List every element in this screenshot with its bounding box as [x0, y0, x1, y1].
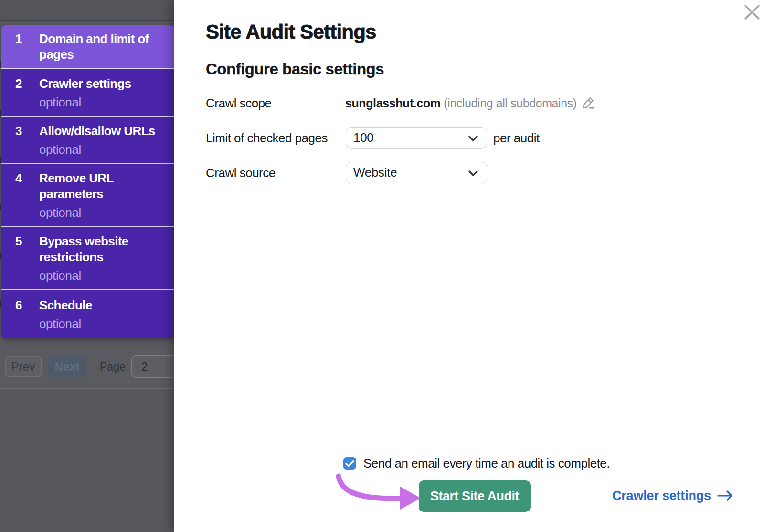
crawl-source-select[interactable]: Website	[346, 162, 487, 183]
arrow-right-icon	[717, 490, 733, 501]
crawl-source-select-value: Website	[353, 165, 397, 180]
pencil-edit-icon[interactable]	[583, 96, 595, 109]
dimmed-pagination-bar: Prev Next Page: 2	[0, 355, 174, 378]
step-subtitle: optional	[1, 317, 174, 331]
chevron-down-icon	[468, 136, 478, 141]
step-allow-disallow-urls[interactable]: 3 Allow/disallow URLs optional	[1, 117, 174, 164]
section-heading: Configure basic settings	[206, 60, 384, 78]
step-schedule[interactable]: 6 Schedule optional	[1, 290, 174, 338]
start-site-audit-label: Start Site Audit	[430, 489, 519, 504]
step-subtitle: optional	[1, 142, 174, 157]
chevron-down-icon	[468, 170, 478, 176]
step-subtitle: optional	[1, 95, 174, 109]
crawl-scope-value: sunglasshut.com (including all subdomain…	[345, 96, 577, 110]
page-number-input[interactable]: 2	[131, 355, 177, 378]
step-title: Allow/disallow URLs	[39, 123, 174, 139]
step-title: Schedule	[39, 298, 174, 313]
step-number: 2	[1, 76, 39, 92]
crawl-source-label: Crawl source	[206, 166, 276, 181]
limit-select-value: 100	[353, 130, 373, 145]
step-title: Domain and limit of pages	[39, 31, 174, 63]
step-number: 4	[1, 170, 39, 202]
step-number: 3	[1, 123, 39, 139]
step-title: Crawler settings	[39, 76, 174, 92]
step-crawler-settings[interactable]: 2 Crawler settings optional	[1, 69, 174, 117]
step-domain-and-limit[interactable]: 1 Domain and limit of pages	[1, 25, 174, 69]
step-remove-url-parameters[interactable]: 4 Remove URL parameters optional	[1, 164, 174, 227]
step-number: 5	[1, 234, 39, 265]
tutorial-arrow-annotation	[174, 0, 764, 532]
email-checkbox-label: Send an email every time an audit is com…	[363, 456, 610, 471]
crawler-settings-link[interactable]: Crawler settings	[612, 488, 733, 503]
step-number: 6	[1, 298, 39, 313]
email-checkbox-row: Send an email every time an audit is com…	[343, 456, 610, 471]
crawl-scope-domain: sunglasshut.com	[345, 96, 441, 110]
prev-button[interactable]: Prev	[5, 356, 42, 377]
crawl-scope-note: (including all subdomains)	[444, 96, 577, 110]
limit-select[interactable]: 100	[346, 127, 487, 149]
crawler-settings-link-label: Crawler settings	[612, 489, 711, 503]
page-label: Page:	[100, 356, 128, 377]
next-button[interactable]: Next	[48, 356, 86, 377]
checkmark-icon	[345, 460, 354, 467]
modal-title: Site Audit Settings	[206, 21, 376, 43]
step-subtitle: optional	[1, 268, 174, 283]
step-title: Bypass website restrictions	[39, 234, 174, 265]
close-icon[interactable]	[744, 4, 760, 20]
step-bypass-website-restrictions[interactable]: 5 Bypass website restrictions optional	[1, 227, 174, 290]
limit-of-checked-pages-label: Limit of checked pages	[206, 131, 328, 146]
crawl-scope-label: Crawl scope	[206, 96, 272, 111]
per-audit-suffix: per audit	[493, 131, 540, 146]
email-checkbox[interactable]	[343, 457, 356, 470]
site-audit-settings-modal: Site Audit Settings Configure basic sett…	[174, 0, 764, 532]
wizard-steps-panel: 1 Domain and limit of pages 2 Crawler se…	[1, 25, 174, 338]
step-title: Remove URL parameters	[39, 170, 174, 202]
step-number: 1	[1, 31, 39, 63]
step-subtitle: optional	[1, 205, 174, 220]
start-site-audit-button[interactable]: Start Site Audit	[419, 480, 531, 512]
